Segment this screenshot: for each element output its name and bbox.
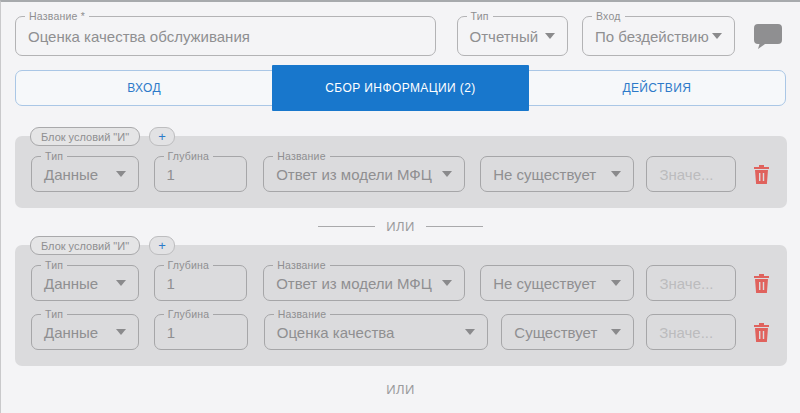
name-field[interactable]: Название * <box>15 16 436 56</box>
tab-entry[interactable]: ВХОД <box>16 71 272 105</box>
name-input[interactable] <box>28 28 423 45</box>
condition-name-select[interactable]: Название Ответ из модели МФЦ <box>263 156 465 192</box>
condition-value-field <box>646 265 736 301</box>
delete-condition-button[interactable] <box>751 163 771 185</box>
block-2-chip-row: Блок условий "И" + <box>30 236 175 255</box>
add-condition-button[interactable]: + <box>149 127 175 146</box>
entry-select-value: По бездействию <box>595 28 709 45</box>
chevron-down-icon <box>611 280 621 286</box>
or-label: ИЛИ <box>386 219 415 234</box>
block-1-chip-row: Блок условий "И" + <box>30 127 175 146</box>
condition-name-label: Название <box>274 308 331 320</box>
trash-icon <box>753 165 770 184</box>
condition-name-select[interactable]: Название Оценка качества <box>264 314 489 350</box>
condition-depth-field[interactable]: Глубина <box>154 156 248 192</box>
condition-name-select[interactable]: Название Ответ из модели МФЦ <box>263 265 465 301</box>
chevron-down-icon <box>712 33 722 39</box>
condition-operator-select[interactable]: Существует <box>501 314 634 350</box>
condition-name-value: Ответ из модели МФЦ <box>276 275 432 292</box>
condition-row: Тип Данные Глубина Название Ответ из мод… <box>31 156 771 192</box>
condition-name-value: Ответ из модели МФЦ <box>276 166 432 183</box>
condition-depth-label: Глубина <box>164 259 214 271</box>
chevron-down-icon <box>611 329 621 335</box>
chevron-down-icon <box>116 171 126 177</box>
condition-depth-label: Глубина <box>164 308 214 320</box>
or-separator: ИЛИ <box>1 219 800 234</box>
or-separator-bottom: ИЛИ <box>1 382 800 397</box>
separator-line <box>426 226 483 227</box>
condition-type-select[interactable]: Тип Данные <box>31 265 139 301</box>
chevron-down-icon <box>465 329 475 335</box>
entry-select[interactable]: Вход По бездействию <box>582 16 735 56</box>
or-label: ИЛИ <box>386 382 415 397</box>
condition-type-label: Тип <box>41 259 67 271</box>
add-condition-button[interactable]: + <box>149 236 175 255</box>
condition-value-field <box>646 156 736 192</box>
condition-value-input <box>659 324 723 341</box>
chevron-down-icon <box>116 280 126 286</box>
trash-icon <box>753 323 770 342</box>
condition-type-value: Данные <box>44 166 98 183</box>
condition-depth-field[interactable]: Глубина <box>154 265 248 301</box>
type-select-label: Тип <box>467 10 493 22</box>
condition-type-select[interactable]: Тип Данные <box>31 314 139 350</box>
condition-block-1: Блок условий "И" + Тип Данные Глубина На… <box>15 136 787 208</box>
condition-type-label: Тип <box>41 308 67 320</box>
and-block-chip: Блок условий "И" <box>30 127 140 146</box>
separator-line <box>318 226 375 227</box>
header: Название * Тип Отчетный Вход По бездейст… <box>15 16 786 56</box>
condition-depth-input[interactable] <box>167 166 235 183</box>
condition-operator-value: Не существует <box>493 166 596 183</box>
type-select-value: Отчетный <box>470 28 539 45</box>
condition-name-label: Название <box>273 150 330 162</box>
condition-operator-select[interactable]: Не существует <box>480 265 634 301</box>
condition-value-input <box>659 275 723 292</box>
condition-depth-label: Глубина <box>164 150 214 162</box>
comment-icon <box>752 22 784 50</box>
comment-button[interactable] <box>752 21 786 51</box>
entry-select-label: Вход <box>592 10 625 22</box>
name-field-label: Название * <box>25 10 89 22</box>
chevron-down-icon <box>611 171 621 177</box>
condition-operator-select[interactable]: Не существует <box>480 156 634 192</box>
chevron-down-icon <box>545 33 555 39</box>
condition-operator-value: Не существует <box>493 275 596 292</box>
tab-bar: ВХОД СБОР ИНФОРМАЦИИ (2) ДЕЙСТВИЯ <box>15 70 786 106</box>
trash-icon <box>753 274 770 293</box>
condition-depth-field[interactable]: Глубина <box>154 314 248 350</box>
condition-operator-value: Существует <box>514 324 597 341</box>
chevron-down-icon <box>442 280 452 286</box>
condition-type-value: Данные <box>44 275 98 292</box>
chevron-down-icon <box>116 329 126 335</box>
condition-type-select[interactable]: Тип Данные <box>31 156 139 192</box>
type-select[interactable]: Тип Отчетный <box>457 16 568 56</box>
condition-type-value: Данные <box>44 324 98 341</box>
condition-row: Тип Данные Глубина Название Оценка качес… <box>31 314 771 350</box>
delete-condition-button[interactable] <box>751 321 771 343</box>
condition-name-value: Оценка качества <box>277 324 395 341</box>
condition-name-label: Название <box>273 259 330 271</box>
condition-row: Тип Данные Глубина Название Ответ из мод… <box>31 265 771 301</box>
tab-actions[interactable]: ДЕЙСТВИЯ <box>529 71 785 105</box>
tab-data-collection[interactable]: СБОР ИНФОРМАЦИИ (2) <box>272 65 528 111</box>
chevron-down-icon <box>442 171 452 177</box>
condition-type-label: Тип <box>41 150 67 162</box>
and-block-chip: Блок условий "И" <box>30 236 140 255</box>
condition-value-input <box>659 166 723 183</box>
process-editor-screen: Название * Тип Отчетный Вход По бездейст… <box>0 0 800 413</box>
condition-value-field <box>646 314 736 350</box>
delete-condition-button[interactable] <box>751 272 771 294</box>
condition-block-2: Блок условий "И" + Тип Данные Глубина На… <box>15 245 787 366</box>
condition-depth-input[interactable] <box>167 324 235 341</box>
condition-depth-input[interactable] <box>167 275 235 292</box>
